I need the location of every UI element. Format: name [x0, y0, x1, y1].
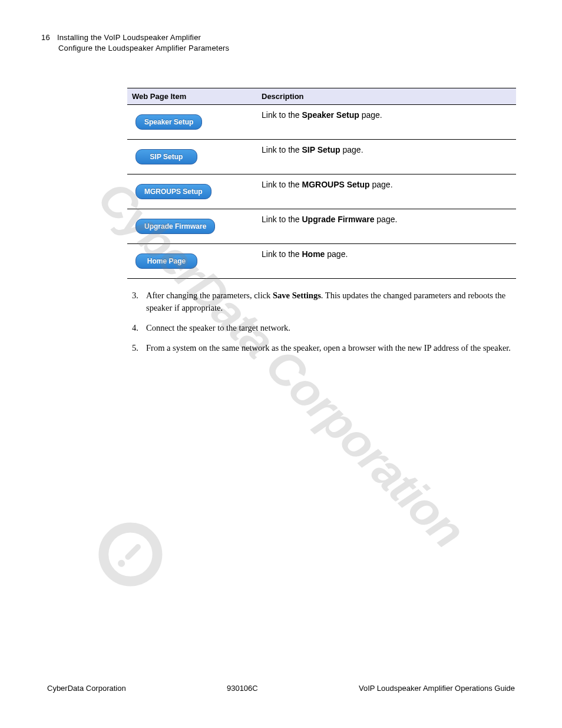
description-text: Link to the Speaker Setup page. [262, 110, 382, 120]
description-text: Link to the MGROUPS Setup page. [262, 180, 393, 189]
footer-doc-title: VoIP Loudspeaker Amplifier Operations Gu… [359, 684, 515, 693]
link-button[interactable]: Speaker Setup [135, 114, 202, 130]
link-button[interactable]: Home Page [135, 253, 197, 269]
table-cell-desc: Link to the Upgrade Firmware page. [257, 209, 516, 244]
table-cell-desc: Link to the SIP Setup page. [257, 140, 516, 174]
page-footer: CyberData Corporation 930106C VoIP Louds… [47, 684, 515, 693]
link-button[interactable]: SIP Setup [135, 149, 197, 164]
footer-company: CyberData Corporation [47, 684, 126, 693]
step-number: 5. [132, 342, 138, 354]
table-cell-desc: Link to the Speaker Setup page. [257, 105, 516, 140]
table-cell-item: Upgrade Firmware [127, 209, 257, 244]
page-number: 16 [41, 32, 50, 43]
table-row: Home PageLink to the Home page. [127, 244, 516, 279]
footer-doc-number: 930106C [227, 684, 258, 693]
header-title-2: Configure the Loudspeaker Amplifier Para… [58, 43, 515, 54]
step-number: 3. [132, 289, 138, 301]
table-cell-desc: Link to the MGROUPS Setup page. [257, 174, 516, 209]
table-cell-item: SIP Setup [127, 140, 257, 174]
table-header-desc: Description [257, 88, 516, 105]
link-button[interactable]: Upgrade Firmware [135, 219, 215, 234]
step-number: 4. [132, 322, 138, 334]
instruction-step: 3.After changing the parameters, click S… [132, 289, 518, 314]
page-header: 16 Installing the VoIP Loudspeaker Ampli… [41, 32, 515, 54]
table-cell-item: Home Page [127, 244, 257, 279]
table-row: Upgrade FirmwareLink to the Upgrade Firm… [127, 209, 516, 244]
svg-line-1 [128, 547, 138, 557]
web-page-items-table: Web Page Item Description Speaker SetupL… [127, 88, 516, 279]
svg-point-0 [92, 516, 168, 592]
header-title-1: Installing the VoIP Loudspeaker Amplifie… [57, 32, 201, 43]
description-text: Link to the Home page. [262, 249, 348, 259]
link-button[interactable]: MGROUPS Setup [135, 184, 211, 199]
table-row: MGROUPS SetupLink to the MGROUPS Setup p… [127, 174, 516, 209]
description-text: Link to the SIP Setup page. [262, 145, 363, 154]
description-text: Link to the Upgrade Firmware page. [262, 215, 397, 224]
instruction-steps: 3.After changing the parameters, click S… [132, 289, 518, 354]
table-header-item: Web Page Item [127, 88, 257, 105]
instruction-step: 4.Connect the speaker to the target netw… [132, 322, 518, 334]
table-row: SIP SetupLink to the SIP Setup page. [127, 140, 516, 174]
table-cell-item: Speaker Setup [127, 105, 257, 140]
watermark-logo-icon [79, 505, 181, 607]
table-row: Speaker SetupLink to the Speaker Setup p… [127, 105, 516, 140]
table-cell-desc: Link to the Home page. [257, 244, 516, 279]
table-cell-item: MGROUPS Setup [127, 174, 257, 209]
instruction-step: 5.From a system on the same network as t… [132, 342, 518, 354]
svg-point-2 [117, 558, 127, 568]
